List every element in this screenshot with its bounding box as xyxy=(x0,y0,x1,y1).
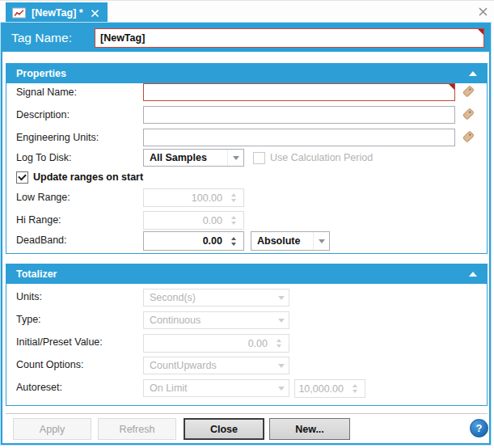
log-to-disk-value: All Samples xyxy=(144,152,227,163)
validation-error-corner-icon xyxy=(478,29,483,35)
hi-range-label: Hi Range: xyxy=(16,211,61,229)
deadband-label: DeadBand: xyxy=(16,231,67,250)
count-options-label: Count Options: xyxy=(16,357,83,374)
update-ranges-checkbox[interactable] xyxy=(16,171,28,184)
description-input[interactable] xyxy=(143,106,455,124)
spinner-arrows-icon xyxy=(227,216,243,225)
new-button[interactable]: New... xyxy=(269,418,350,440)
chevron-down-icon xyxy=(273,319,289,323)
description-label: Description: xyxy=(16,106,70,124)
autoreset-label: Autoreset: xyxy=(16,379,62,396)
deadband-mode-combo[interactable]: Absolute xyxy=(251,231,330,251)
collapse-up-icon[interactable] xyxy=(469,71,477,76)
tag-name-bar: Tag Name: [NewTag] xyxy=(2,24,491,52)
engineering-units-tag-icon[interactable] xyxy=(461,130,475,144)
footer-separator xyxy=(6,413,488,414)
close-button[interactable]: Close xyxy=(184,418,264,440)
description-tag-icon[interactable] xyxy=(461,108,475,121)
chevron-down-icon xyxy=(273,387,289,391)
autoreset-combo[interactable]: On Limit xyxy=(143,379,289,397)
use-calculation-period-label: Use Calculation Period xyxy=(270,149,373,167)
initial-preset-spinner[interactable]: 0.00 xyxy=(143,334,289,353)
units-value: Second(s) xyxy=(144,292,272,303)
deadband-spinner[interactable]: 0.00 xyxy=(143,231,244,251)
trend-chart-icon xyxy=(12,7,26,19)
refresh-button[interactable]: Refresh xyxy=(98,418,176,440)
signal-name-label: Signal Name: xyxy=(16,83,77,101)
type-value: Continuous xyxy=(144,315,272,326)
spinner-arrows-icon xyxy=(227,193,243,202)
tag-editor-window: [NewTag] * Tag Name: [NewTag] Properties xyxy=(0,0,494,448)
tab-title: [NewTag] * xyxy=(32,7,83,19)
panel-close-icon[interactable] xyxy=(478,6,488,17)
totalizer-title: Totalizer xyxy=(16,264,57,284)
engineering-units-label: Engineering Units: xyxy=(16,129,99,146)
chevron-down-icon xyxy=(273,296,289,300)
tab-close-icon[interactable] xyxy=(91,9,99,18)
type-combo[interactable]: Continuous xyxy=(143,311,289,329)
tag-name-input[interactable]: [NewTag] xyxy=(95,28,484,48)
update-ranges-label: Update ranges on start xyxy=(33,168,143,186)
spinner-arrows-icon xyxy=(272,339,289,348)
apply-button[interactable]: Apply xyxy=(13,418,91,440)
type-label: Type: xyxy=(16,311,41,328)
log-to-disk-combo[interactable]: All Samples xyxy=(143,149,244,167)
units-label: Units: xyxy=(16,289,42,306)
tab-bar: [NewTag] * xyxy=(0,0,494,23)
spinner-arrows-icon xyxy=(348,384,365,393)
hi-range-spinner[interactable]: 0.00 xyxy=(143,211,244,230)
chevron-down-icon xyxy=(228,156,243,160)
initial-preset-label: Initial/Preset Value: xyxy=(16,334,103,351)
totalizer-group-header[interactable]: Totalizer xyxy=(6,264,487,284)
engineering-units-input[interactable] xyxy=(143,129,455,146)
tag-name-value: [NewTag] xyxy=(100,32,145,44)
properties-group-header[interactable]: Properties xyxy=(6,64,487,83)
autoreset-value: On Limit xyxy=(144,382,272,394)
low-range-spinner[interactable]: 100.00 xyxy=(143,188,244,207)
signal-name-tag-icon[interactable] xyxy=(461,85,475,99)
low-range-label: Low Range: xyxy=(16,188,70,206)
spinner-arrows-icon xyxy=(227,237,243,246)
collapse-up-icon[interactable] xyxy=(469,272,477,277)
use-calculation-period-checkbox[interactable] xyxy=(253,152,265,164)
log-to-disk-label: Log To Disk: xyxy=(16,149,72,167)
deadband-mode-value: Absolute xyxy=(251,235,313,247)
tab-newtag[interactable]: [NewTag] * xyxy=(6,2,108,23)
count-options-combo[interactable]: CountUpwards xyxy=(143,357,289,374)
signal-name-input[interactable] xyxy=(143,83,455,101)
autoreset-limit-spinner[interactable]: 10,000.00 xyxy=(294,379,365,398)
chevron-down-icon xyxy=(314,239,329,243)
validation-error-corner-icon xyxy=(449,84,454,90)
help-button[interactable]: ? xyxy=(470,419,488,437)
tag-name-label: Tag Name: xyxy=(11,24,72,52)
count-options-value: CountUpwards xyxy=(144,360,272,371)
chevron-down-icon xyxy=(273,364,289,368)
units-combo[interactable]: Second(s) xyxy=(143,289,289,306)
properties-title: Properties xyxy=(16,64,66,83)
